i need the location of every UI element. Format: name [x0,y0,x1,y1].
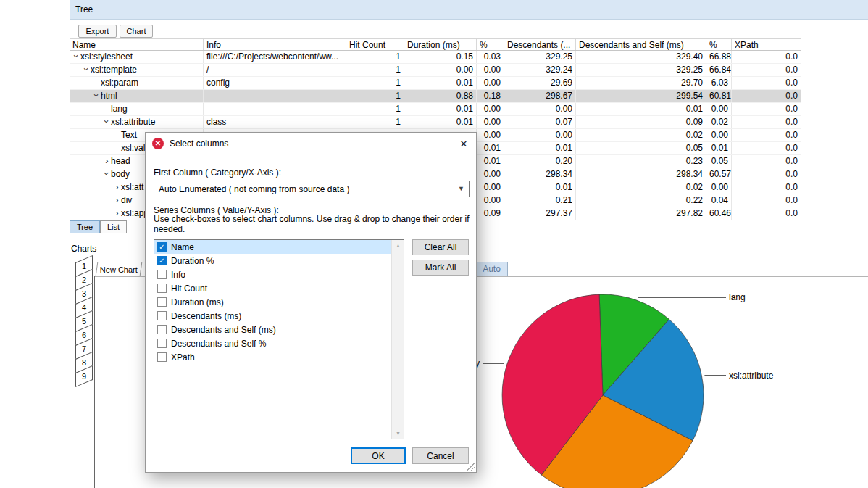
chart-button[interactable]: Chart [120,25,153,38]
checkbox-icon[interactable] [157,311,167,320]
value-cell: 0.21 [504,194,576,207]
info-cell: class [204,116,346,128]
value-cell: 0.0 [732,77,801,89]
expand-icon[interactable]: › [103,155,111,166]
checkbox-icon[interactable] [157,339,167,348]
checkbox-icon[interactable]: ✓ [157,256,167,265]
collapse-icon[interactable]: › [101,170,112,178]
value-cell: 1 [346,90,404,102]
value-cell: 0.0 [732,90,801,102]
column-header[interactable]: % [706,39,732,50]
column-header[interactable]: XPath [732,39,801,50]
scroll-down-icon[interactable]: ▼ [392,428,404,439]
info-cell: config [204,77,346,89]
dialog-titlebar[interactable]: ✕ Select columns [146,133,476,154]
clear-all-button[interactable]: Clear All [412,239,469,255]
value-cell: 0.04 [706,194,732,207]
first-column-label: First Column ( Category/X-Axis ): [154,168,281,178]
name-cell: lang [70,103,204,115]
value-cell: 297.37 [504,207,576,220]
column-header[interactable]: Descendants and Self (ms) [576,39,706,50]
value-cell: 0.0 [732,51,801,63]
expand-icon[interactable]: › [113,181,121,192]
ok-button[interactable]: OK [351,447,406,464]
collapse-icon[interactable]: › [91,91,102,99]
charts-panel-title: Charts [71,244,96,254]
column-option-XPath[interactable]: XPath [154,350,393,364]
expand-icon[interactable]: › [113,207,121,218]
value-cell: 329.25 [504,51,576,63]
mark-all-button[interactable]: Mark All [412,260,469,276]
name-cell: ›xsl:stylesheet [70,51,204,63]
tree-panel-header: Tree [70,0,868,20]
tree-row-lang[interactable]: lang10.010.000.000.010.000.0 [70,103,801,116]
tab-list[interactable]: List [100,220,127,233]
column-option-Descendants and Self (ms)[interactable]: Descendants and Self (ms) [154,323,393,336]
tab-tree[interactable]: Tree [70,220,100,233]
checkbox-icon[interactable] [157,325,167,334]
checkbox-icon[interactable] [157,284,167,293]
value-cell: 0.00 [477,168,504,181]
collapse-icon[interactable]: › [101,117,112,125]
export-button[interactable]: Export [78,25,117,38]
column-header[interactable]: % [477,39,504,50]
column-option-Duration %[interactable]: ✓Duration % [154,254,393,268]
tree-table-header: NameInfoHit CountDuration (ms)%Descendan… [70,38,801,51]
column-option-Hit Count[interactable]: Hit Count [154,281,393,295]
value-cell: 0.00 [477,129,504,141]
name-cell: ›xsl:template [70,64,204,76]
checkbox-icon[interactable] [157,270,167,279]
value-cell: 0.01 [404,77,477,89]
value-cell: 0.00 [706,181,732,194]
tree-row-xsl:stylesheet[interactable]: ›xsl:stylesheetfile:///C:/Projects/webco… [70,51,801,64]
column-header[interactable]: Duration (ms) [404,39,477,50]
expand-icon[interactable]: › [113,194,121,205]
cancel-button[interactable]: Cancel [412,447,469,464]
column-option-Descendants and Self %[interactable]: Descendants and Self % [154,336,393,350]
value-cell: 0.0 [732,116,801,128]
auto-button[interactable]: Auto [475,262,508,276]
collapse-icon[interactable]: › [71,52,82,60]
value-cell: 298.34 [576,168,706,181]
value-cell: 0.05 [576,142,706,154]
checkbox-icon[interactable] [157,297,167,307]
first-column-dropdown[interactable]: Auto Enumerated ( not coming from source… [154,181,470,197]
column-option-Info[interactable]: Info [154,268,393,281]
column-header[interactable]: Hit Count [346,39,404,50]
value-cell: 0.00 [477,103,504,115]
column-option-Descendants (ms)[interactable]: Descendants (ms) [154,309,393,323]
tree-row-html[interactable]: ›html10.880.18298.67299.5460.810.0 [70,90,801,103]
scroll-up-icon[interactable]: ▲ [392,240,404,251]
column-header[interactable]: Descendants (... [504,39,576,50]
value-cell: 0.01 [706,142,732,154]
value-cell: 0.00 [504,103,576,115]
list-scrollbar[interactable]: ▲ ▼ [391,240,404,439]
checkbox-icon[interactable] [157,352,167,362]
column-header[interactable]: Info [204,39,346,50]
tree-row-xsl:attribute[interactable]: ›xsl:attributeclass10.010.000.070.090.02… [70,116,801,129]
value-cell: 0.20 [504,155,576,168]
checkbox-icon[interactable]: ✓ [157,242,167,252]
value-cell: 0.0 [732,64,801,76]
close-icon[interactable]: ✕ [451,133,476,154]
value-cell: 0.0 [732,181,801,194]
value-cell: 0.00 [706,129,732,141]
column-option-Name[interactable]: ✓Name [154,240,393,254]
value-cell: 0.00 [504,129,576,141]
tree-row-xsl:param[interactable]: xsl:paramconfig10.010.0029.6929.706.030.… [70,77,801,90]
value-cell: 0.09 [477,207,504,220]
column-option-Duration (ms)[interactable]: Duration (ms) [154,295,393,309]
collapse-icon[interactable]: › [81,65,92,73]
column-header[interactable]: Name [70,39,204,50]
series-help-text: Use check-boxes to select chart columns.… [154,215,471,234]
value-cell: 0.01 [504,181,576,194]
value-cell: 0.01 [404,116,477,128]
value-cell: 0.0 [732,155,801,168]
value-cell: 299.54 [576,90,706,102]
value-cell: 1 [346,51,404,63]
tree-row-xsl:template[interactable]: ›xsl:template/10.000.00329.24329.2566.84… [70,64,801,77]
name-cell: xsl:param [70,77,204,89]
new-chart-tab[interactable]: New Chart [96,262,143,276]
value-cell: 0.01 [477,155,504,168]
value-cell: 66.88 [706,51,732,63]
